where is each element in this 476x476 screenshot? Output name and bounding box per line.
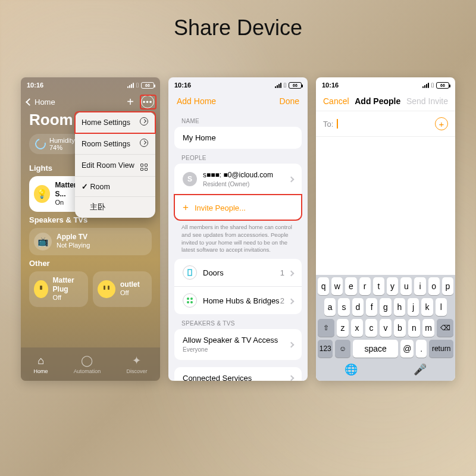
key-y[interactable]: y [387, 277, 398, 295]
key-m[interactable]: m [422, 319, 434, 337]
key-c[interactable]: c [365, 319, 377, 337]
key-x[interactable]: x [351, 319, 363, 337]
home-name-field[interactable]: My Home [174, 127, 302, 149]
phone-home-app: 10:16 􀙇 66 Home + ••• Room Humidity74% L… [21, 77, 160, 381]
key-r[interactable]: r [359, 277, 371, 295]
key-a[interactable]: a [324, 298, 336, 316]
cancel-button[interactable]: Cancel [323, 96, 349, 106]
svg-point-4 [190, 301, 193, 303]
delete-key[interactable]: ⌫ [437, 319, 453, 337]
return-key[interactable]: return [429, 340, 453, 358]
chevron-left-icon [27, 98, 33, 107]
key-f[interactable]: f [366, 298, 377, 316]
svg-point-3 [187, 301, 189, 303]
key-o[interactable]: o [428, 277, 440, 295]
chevron-right-icon [289, 375, 295, 381]
door-icon [183, 265, 197, 280]
signal-icon [275, 83, 281, 88]
key-i[interactable]: i [414, 277, 425, 295]
page-title: Share Device [0, 15, 476, 40]
automation-icon: ◯ [81, 354, 93, 367]
key-v[interactable]: v [380, 319, 392, 337]
key-p[interactable]: p [442, 277, 453, 295]
key-j[interactable]: j [408, 298, 419, 316]
tab-home[interactable]: ⌂Home [34, 355, 48, 374]
space-key[interactable]: space [353, 340, 398, 358]
people-footer: All members in the shared home can contr… [168, 220, 308, 255]
plus-icon: + [183, 202, 189, 214]
keyboard: qwertyuiop asdfghjkl ⇧ zxcvbnm ⌫ 123 ☺ s… [316, 275, 455, 381]
key-u[interactable]: u [400, 277, 412, 295]
nav-bar: Home + ••• [21, 93, 160, 108]
at-key[interactable]: @ [400, 340, 414, 358]
to-field[interactable]: To: + [316, 111, 455, 137]
dot-key[interactable]: . [416, 340, 427, 358]
key-k[interactable]: k [421, 298, 433, 316]
humidity-icon [33, 137, 48, 152]
status-bar: 10:16 􀙇 66 [21, 77, 160, 93]
tab-bar: ⌂Home ◯Automation ✦Discover [21, 347, 160, 381]
key-e[interactable]: e [345, 277, 356, 295]
svg-point-1 [187, 298, 189, 300]
plug-icon [98, 280, 115, 298]
grid-icon [140, 164, 148, 171]
discover-icon: ✦ [132, 354, 141, 367]
tab-discover[interactable]: ✦Discover [126, 354, 147, 374]
plug-tile-1[interactable]: Matter PlugOff [29, 271, 88, 307]
menu-bedroom[interactable]: 主卧 [75, 197, 155, 218]
key-t[interactable]: t [373, 277, 384, 295]
send-invite-button[interactable]: Send Invite [406, 96, 448, 106]
key-s[interactable]: s [338, 298, 349, 316]
key-g[interactable]: g [380, 298, 391, 316]
doors-row[interactable]: Doors 1 [174, 259, 302, 286]
done-button[interactable]: Done [280, 96, 299, 106]
key-q[interactable]: q [318, 277, 329, 295]
status-bar: 10:16 􀙇 66 [168, 77, 308, 93]
mic-key[interactable]: 🎤 [387, 361, 453, 378]
section-other: Other [21, 255, 160, 271]
key-b[interactable]: b [394, 319, 406, 337]
add-button[interactable]: + [127, 96, 134, 108]
wifi-icon: 􀙇 [136, 82, 139, 89]
chevron-circle-icon [140, 117, 148, 126]
speaker-access-row[interactable]: Allow Speaker & TV AccessEveryone [174, 329, 302, 360]
key-d[interactable]: d [352, 298, 364, 316]
owner-row[interactable]: S s■■■: ■0@icloud.comResident (Owner) [174, 164, 302, 195]
menu-home-settings[interactable]: Home Settings [75, 112, 155, 133]
key-z[interactable]: z [337, 319, 349, 337]
menu-edit-room-view[interactable]: Edit Room View [75, 155, 155, 177]
menu-room-settings[interactable]: Room Settings [75, 133, 155, 155]
chevron-right-icon [289, 298, 295, 304]
emoji-key[interactable]: ☺ [335, 340, 350, 358]
appletv-icon: 📺 [34, 233, 52, 250]
signal-icon [422, 83, 429, 88]
highlight-more [140, 95, 156, 109]
phone-home-settings: 10:16 􀙇 66 Add Home Done NAME My Home PE… [168, 77, 308, 381]
globe-key[interactable]: 🌐 [318, 361, 384, 378]
appletv-tile[interactable]: 📺 Apple TVNot Playing [29, 228, 152, 255]
invite-people-row[interactable]: +Invite People... [174, 195, 302, 220]
key-l[interactable]: l [436, 298, 447, 316]
phone-add-people: 10:16 􀙇 66 Cancel Add People Send Invite… [316, 77, 455, 381]
connected-services-row[interactable]: Connected Services [174, 367, 302, 381]
tab-automation[interactable]: ◯Automation [74, 354, 101, 374]
context-menu: Home Settings Room Settings Edit Room Vi… [75, 112, 155, 218]
battery-icon: 66 [436, 82, 449, 89]
status-time: 10:16 [174, 82, 191, 89]
hubs-row[interactable]: Home Hubs & Bridges 2 [174, 286, 302, 314]
bulb-icon: 💡 [34, 185, 50, 203]
menu-room[interactable]: Room [75, 177, 155, 197]
battery-icon: 66 [289, 82, 302, 89]
shift-key[interactable]: ⇧ [318, 319, 334, 337]
back-button[interactable]: Home [27, 98, 55, 107]
add-home-button[interactable]: Add Home [177, 96, 216, 106]
key-n[interactable]: n [408, 319, 420, 337]
avatar: S [183, 172, 197, 186]
key-w[interactable]: w [331, 277, 343, 295]
numbers-key[interactable]: 123 [318, 340, 333, 358]
modal-title: Add People [355, 96, 400, 106]
humidity-chip[interactable]: Humidity74% [29, 134, 81, 154]
add-contact-button[interactable]: + [435, 117, 448, 130]
plug-tile-2[interactable]: outletOff [93, 271, 152, 307]
key-h[interactable]: h [394, 298, 405, 316]
